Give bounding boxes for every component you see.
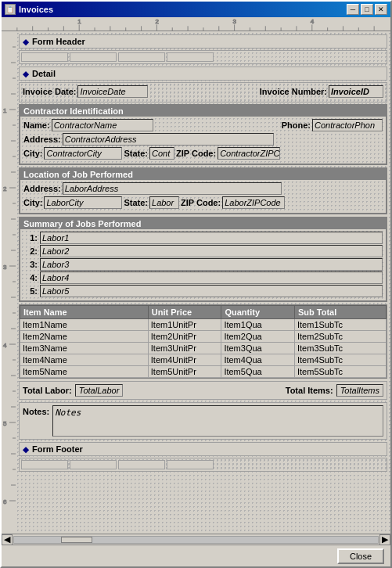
svg-text:3: 3 [3,264,7,271]
maximize-button[interactable]: □ [361,4,373,15]
horizontal-scrollbar[interactable]: ◀ ▶ [2,534,390,545]
form-footer-band: ◆ Form Footer [19,442,387,456]
contractor-state-label: State: [124,149,148,158]
invoice-fields: Invoice Date: InvoiceDate Invoice Number… [23,85,383,98]
location-city-value[interactable]: LaborCity [44,196,122,209]
col-subtotal: Sub Total [294,306,386,319]
col-quantity: Quantity [221,306,295,319]
form-footer-arrow: ◆ [23,445,29,454]
item2-subtotal[interactable]: Item2SubTc [294,331,386,343]
item1-quantity[interactable]: Item1Qua [221,319,295,331]
location-address-value[interactable]: LaborAddress [63,182,282,195]
title-bar: 📋 Invoices ─ □ ✕ [2,2,390,17]
labor-value-2[interactable]: Labor2 [40,245,383,257]
item3-unitprice[interactable]: Item3UnitPr [148,343,221,354]
item-row-3: Item3Name Item3UnitPr Item3Qua Item3SubT… [20,343,387,354]
contractor-name-value[interactable]: ContractorName [52,119,153,131]
contractor-address-value[interactable]: ContractorAddress [63,133,274,146]
item5-unitprice[interactable]: Item5UnitPr [148,366,221,378]
item5-subtotal[interactable]: Item5SubTc [294,366,386,378]
item3-quantity[interactable]: Item3Qua [221,343,295,354]
form-footer-label: Form Footer [32,444,83,454]
form-footer-zone [19,458,387,472]
app-icon: 📋 [5,4,16,15]
scroll-track[interactable] [13,536,379,544]
item3-name[interactable]: Item3Name [20,343,149,354]
contractor-city-row: City: ContractorCity State: Cont ZIP Cod… [23,147,383,160]
location-body: Address: LaborAddress City: LaborCity St… [20,180,386,213]
main-window: 📋 Invoices ─ □ ✕ 1 2 [0,0,392,568]
labor-row-5: 5: Labor5 [23,285,383,297]
header-field-2 [70,52,117,62]
form-area: ◆ Form Header ◆ Detail [16,31,390,534]
minimize-button[interactable]: ─ [347,4,359,15]
svg-text:4: 4 [311,19,315,26]
scroll-thumb[interactable] [61,537,92,543]
contractor-zip-value[interactable]: ContractorZIPC [218,147,280,160]
svg-text:2: 2 [3,185,7,192]
items-table: Item Name Unit Price Quantity Sub Total … [20,305,387,378]
left-ruler: 1 2 3 4 [2,31,16,534]
contractor-body: Name: ContractorName Phone: ContractorPh… [20,117,386,164]
labor-value-3[interactable]: Labor3 [40,258,383,271]
item4-quantity[interactable]: Item4Qua [221,354,295,366]
item-row-1: Item1Name Item1UnitPr Item1Qua Item1SubT… [20,319,387,331]
total-items-label: Total Items: [286,386,333,395]
item4-name[interactable]: Item4Name [20,354,149,366]
item2-unitprice[interactable]: Item2UnitPr [148,331,221,343]
location-address-label: Address: [23,184,61,193]
contractor-city-label: City: [23,149,42,158]
invoice-number-value[interactable]: InvoiceID [329,85,383,98]
form-header-label: Form Header [32,37,85,46]
close-window-button[interactable]: ✕ [375,4,387,15]
invoice-date-value[interactable]: InvoiceDate [77,85,148,98]
item3-subtotal[interactable]: Item3SubTc [294,343,386,354]
contractor-name-row: Name: ContractorName Phone: ContractorPh… [23,119,383,131]
location-zip-value[interactable]: LaborZIPCode [222,196,285,209]
footer-field-2 [70,460,117,469]
item-row-2: Item2Name Item2UnitPr Item2Qua Item2SubT… [20,331,387,343]
location-state-label: State: [124,198,148,207]
scroll-left-btn[interactable]: ◀ [2,534,13,545]
item5-quantity[interactable]: Item5Qua [221,366,295,378]
total-items-value[interactable]: TotalItems [336,384,383,397]
window-title: Invoices [19,5,53,14]
labor-value-4[interactable]: Labor4 [40,271,383,284]
contractor-phone-value[interactable]: ContractorPhon [312,119,383,131]
labor-row-2: 2: Labor2 [23,245,383,257]
scroll-right-btn[interactable]: ▶ [379,534,390,545]
table-header-row: Item Name Unit Price Quantity Sub Total [20,306,387,319]
location-city-label: City: [23,198,42,207]
header-field-3 [118,52,165,62]
item4-unitprice[interactable]: Item4UnitPr [148,354,221,366]
contractor-phone-label: Phone: [282,120,311,130]
items-table-container: Item Name Unit Price Quantity Sub Total … [19,304,387,379]
total-labor-value[interactable]: TotalLabor [75,384,124,397]
invoice-date-label: Invoice Date: [23,87,76,96]
contractor-section-title: Contractor Identification [20,106,386,117]
contractor-city-value[interactable]: ContractorCity [44,147,122,160]
location-state-value[interactable]: Labor [149,196,179,209]
contractor-section: Contractor Identification Name: Contract… [19,104,387,165]
labor-num-4: 4: [23,273,38,282]
svg-text:4: 4 [3,342,7,349]
item2-quantity[interactable]: Item2Qua [221,331,295,343]
labor-row-3: 3: Labor3 [23,258,383,271]
item2-name[interactable]: Item2Name [20,331,149,343]
item1-unitprice[interactable]: Item1UnitPr [148,319,221,331]
item1-name[interactable]: Item1Name [20,319,149,331]
notes-textarea[interactable] [52,405,383,437]
location-section-title: Location of Job Performed [20,169,386,180]
labor-value-5[interactable]: Labor5 [40,285,383,297]
form-header-band: ◆ Form Header [19,34,387,49]
item5-name[interactable]: Item5Name [20,366,149,378]
close-button[interactable]: Close [337,548,384,564]
contractor-state-value[interactable]: Cont [149,147,174,160]
item4-subtotal[interactable]: Item4SubTc [294,354,386,366]
location-zip-label: ZIP Code: [181,198,221,207]
summary-section-title: Summary of Jobs Performed [20,218,386,229]
summary-body: 1: Labor1 2: Labor2 3: Labor3 4: Labor4 [20,229,386,300]
summary-section: Summary of Jobs Performed 1: Labor1 2: L… [19,217,387,302]
item1-subtotal[interactable]: Item1SubTc [294,319,386,331]
labor-value-1[interactable]: Labor1 [40,232,383,244]
